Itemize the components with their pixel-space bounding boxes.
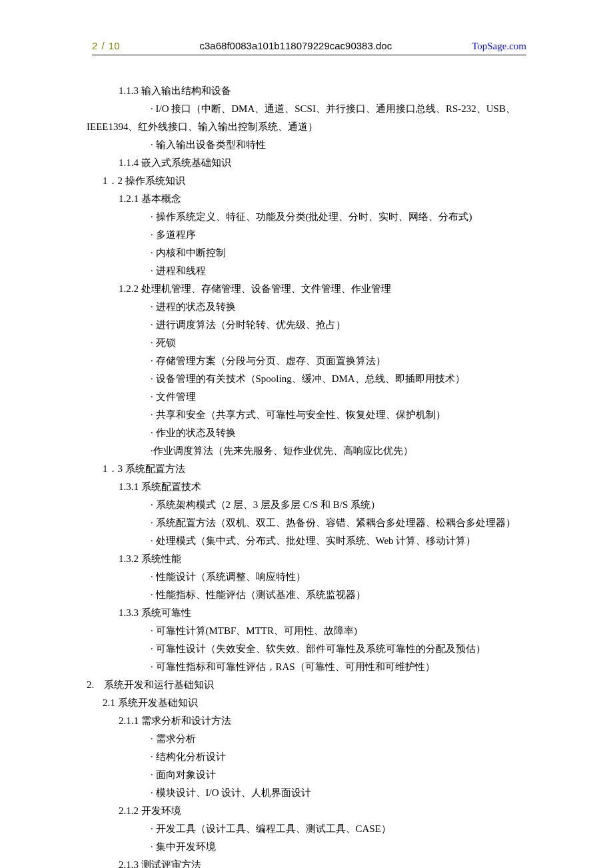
body-line: · 多道程序 (87, 226, 526, 244)
body-line: 1.2.1 基本概念 (87, 190, 526, 208)
body-line: · 存储管理方案（分段与分页、虚存、页面置换算法） (87, 352, 526, 370)
body-line: · 进程的状态及转换 (87, 298, 526, 316)
body-line: · I/O 接口（中断、DMA、通道、SCSI、并行接口、通用接口总线、RS-2… (87, 100, 526, 136)
document-body: 1.1.3 输入输出结构和设备· I/O 接口（中断、DMA、通道、SCSI、并… (0, 82, 613, 868)
body-line: 1.1.3 输入输出结构和设备 (87, 82, 526, 100)
body-line: 2.1.2 开发环境 (87, 802, 526, 820)
page-current: 2 (92, 40, 97, 51)
body-line: 2.1.1 需求分析和设计方法 (87, 712, 526, 730)
body-line: 1.2.2 处理机管理、存储管理、设备管理、文件管理、作业管理 (87, 280, 526, 298)
body-line: · 开发工具（设计工具、编程工具、测试工具、CASE） (87, 820, 526, 838)
body-line: 1.3.1 系统配置技术 (87, 478, 526, 496)
page-sep: / (102, 40, 105, 51)
body-line: · 设备管理的有关技术（Spooling、缓冲、DMA、总线、即插即用技术） (87, 370, 526, 388)
page-total: 10 (109, 40, 120, 51)
body-line: · 需求分析 (87, 730, 526, 748)
body-line: · 可靠性设计（失效安全、软失效、部件可靠性及系统可靠性的分配及预估） (87, 640, 526, 658)
header-rule (92, 55, 526, 55)
body-line: ·作业调度算法（先来先服务、短作业优先、高响应比优先） (87, 442, 526, 460)
page-header: 2 / 10 c3a68f0083a101b118079229cac90383.… (0, 40, 613, 55)
body-line: · 内核和中断控制 (87, 244, 526, 262)
body-line: · 进行调度算法（分时轮转、优先级、抢占） (87, 316, 526, 334)
body-line: · 集中开发环境 (87, 838, 526, 856)
body-line: · 进程和线程 (87, 262, 526, 280)
body-line: 1.1.4 嵌入式系统基础知识 (87, 154, 526, 172)
body-line: · 处理模式（集中式、分布式、批处理、实时系统、Web 计算、移动计算） (87, 532, 526, 550)
header-filename: c3a68f0083a101b118079229cac90383.doc (120, 40, 472, 51)
body-line: 2. 系统开发和运行基础知识 (87, 676, 526, 694)
body-line: · 模块设计、I/O 设计、人机界面设计 (87, 784, 526, 802)
body-line: 2.1 系统开发基础知识 (87, 694, 526, 712)
body-line: · 文件管理 (87, 388, 526, 406)
body-line: · 共享和安全（共享方式、可靠性与安全性、恢复处理、保护机制） (87, 406, 526, 424)
body-line: · 输入输出设备类型和特性 (87, 136, 526, 154)
body-line: 1．3 系统配置方法 (87, 460, 526, 478)
body-line: · 系统架构模式（2 层、3 层及多层 C/S 和 B/S 系统） (87, 496, 526, 514)
body-line: · 性能指标、性能评估（测试基准、系统监视器） (87, 586, 526, 604)
body-line: 2.1.3 测试评审方法 (87, 856, 526, 868)
body-line: · 面向对象设计 (87, 766, 526, 784)
body-line: · 系统配置方法（双机、双工、热备份、容错、紧耦合多处理器、松耦合多处理器） (87, 514, 526, 532)
body-line: · 操作系统定义、特征、功能及分类(批处理、分时、实时、网络、分布式) (87, 208, 526, 226)
body-line: 1．2 操作系统知识 (87, 172, 526, 190)
body-line: · 作业的状态及转换 (87, 424, 526, 442)
body-line: 1.3.3 系统可靠性 (87, 604, 526, 622)
page-number: 2 / 10 (92, 40, 120, 51)
header-site-link[interactable]: TopSage.com (472, 41, 526, 52)
document-page: 2 / 10 c3a68f0083a101b118079229cac90383.… (0, 0, 613, 868)
body-line: · 可靠性指标和可靠性评估，RAS（可靠性、可用性和可维护性） (87, 658, 526, 676)
body-line: · 可靠性计算(MTBF、MTTR、可用性、故障率) (87, 622, 526, 640)
body-line: · 性能设计（系统调整、响应特性） (87, 568, 526, 586)
body-line: · 死锁 (87, 334, 526, 352)
body-line: 1.3.2 系统性能 (87, 550, 526, 568)
body-line: · 结构化分析设计 (87, 748, 526, 766)
